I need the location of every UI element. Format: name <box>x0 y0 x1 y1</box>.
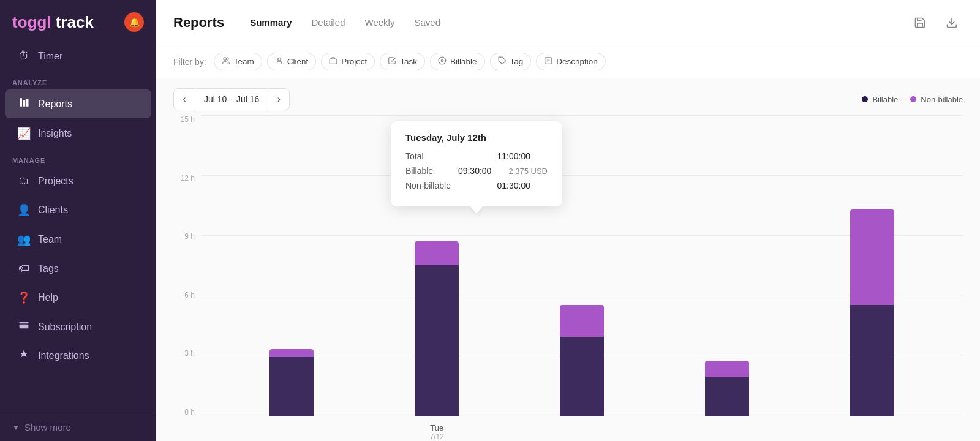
tab-saved[interactable]: Saved <box>405 12 449 32</box>
bar-nonbillable-3 <box>705 361 749 377</box>
bar-group-2[interactable] <box>560 305 604 417</box>
reports-icon <box>17 97 31 111</box>
tooltip-billable-amount: 2,375 USD <box>508 167 548 176</box>
description-filter-icon <box>544 56 552 67</box>
svg-rect-1 <box>23 100 26 107</box>
timer-icon: ⏱ <box>17 50 31 62</box>
notification-bell[interactable]: 🔔 <box>124 12 144 32</box>
sidebar-item-reports[interactable]: Reports <box>5 89 151 118</box>
legend-non-billable: Non-billable <box>910 95 963 104</box>
next-date-button[interactable]: › <box>268 89 289 110</box>
sidebar-logo: toggl track 🔔 <box>0 0 156 42</box>
bar-day-1: Tue <box>430 423 444 432</box>
tab-nav: Summary Detailed Weekly Saved <box>241 12 909 32</box>
tab-weekly[interactable]: Weekly <box>356 12 404 32</box>
tab-summary[interactable]: Summary <box>241 12 300 32</box>
bar-nonbillable-0 <box>270 349 314 357</box>
bar-date-1: 7/12 <box>430 432 444 441</box>
bar-group-4[interactable] <box>850 209 894 417</box>
chart-area: ‹ Jul 10 – Jul 16 › Billable Non-billabl… <box>156 78 980 441</box>
bar-nonbillable-2 <box>560 305 604 337</box>
sidebar-item-subscription[interactable]: Subscription <box>5 313 151 341</box>
tooltip-nonbillable-row: Non-billable 01:30:00 <box>405 181 548 190</box>
download-button[interactable] <box>941 12 963 34</box>
sidebar-item-projects[interactable]: 🗂 Projects <box>5 167 151 195</box>
tab-detailed[interactable]: Detailed <box>303 12 354 32</box>
svg-rect-3 <box>20 322 29 324</box>
tooltip-billable-label: Billable <box>405 166 433 176</box>
prev-date-button[interactable]: ‹ <box>174 89 195 110</box>
tag-filter-icon <box>498 56 507 67</box>
chart-legend: Billable Non-billable <box>862 95 963 104</box>
filter-tag[interactable]: Tag <box>490 53 532 70</box>
bar-stack-2[interactable] <box>560 305 604 417</box>
task-filter-icon <box>388 56 396 67</box>
bars-row: Tue 7/12 <box>201 115 963 417</box>
bar-group-0[interactable] <box>270 349 314 417</box>
tooltip-total-value: 11:00:00 <box>497 151 531 161</box>
bar-stack-1[interactable] <box>415 241 459 417</box>
filter-by-label: Filter by: <box>173 57 206 67</box>
bar-billable-3 <box>705 377 749 417</box>
y-label-6h: 6 h <box>184 291 195 300</box>
bar-billable-0 <box>270 357 314 417</box>
bar-stack-3[interactable] <box>705 361 749 417</box>
svg-rect-2 <box>26 99 29 107</box>
bar-nonbillable-4 <box>850 209 894 305</box>
chevron-down-icon: ▼ <box>12 423 20 432</box>
integrations-icon <box>17 349 31 362</box>
filter-client[interactable]: Client <box>267 53 317 70</box>
team-filter-icon <box>222 56 230 67</box>
show-more-button[interactable]: ▼ Show more <box>0 413 156 441</box>
tags-icon: 🏷 <box>17 262 31 275</box>
section-analyze: ANALYZE <box>0 70 156 89</box>
svg-point-6 <box>224 58 227 61</box>
non-billable-legend-dot <box>910 96 916 102</box>
bar-label-1: Tue 7/12 <box>430 423 444 441</box>
bar-billable-4 <box>850 305 894 417</box>
y-label-0h: 0 h <box>184 408 195 417</box>
subscription-icon <box>17 320 31 333</box>
filter-team[interactable]: Team <box>214 53 262 70</box>
bar-group-1[interactable]: Tue 7/12 <box>415 241 459 417</box>
bar-nonbillable-1 <box>415 241 459 265</box>
bar-group-3[interactable] <box>705 361 749 417</box>
show-more-label: Show more <box>24 422 71 432</box>
y-label-9h: 9 h <box>184 232 195 241</box>
tooltip-arrow <box>470 206 483 214</box>
tooltip-billable-value: 09:30:00 <box>458 166 492 176</box>
filter-billable[interactable]: Billable <box>430 53 485 70</box>
main-content: Reports Summary Detailed Weekly Saved Fi… <box>156 0 980 441</box>
page-title: Reports <box>173 15 224 31</box>
sidebar-item-integrations[interactable]: Integrations <box>5 342 151 369</box>
bar-chart: Tuesday, July 12th Total 11:00:00 Billab… <box>201 115 963 441</box>
y-label-12h: 12 h <box>181 174 195 183</box>
sidebar-item-insights[interactable]: 📈 Insights <box>5 119 151 148</box>
team-icon: 👥 <box>17 233 31 246</box>
sidebar-item-timer[interactable]: ⏱ Timer <box>5 42 151 70</box>
sidebar-item-clients[interactable]: 👤 Clients <box>5 196 151 224</box>
y-axis: 15 h 12 h 9 h 6 h 3 h 0 h <box>173 115 201 441</box>
project-filter-icon <box>329 56 337 67</box>
svg-rect-0 <box>20 98 22 107</box>
filter-description[interactable]: Description <box>536 53 606 70</box>
y-label-15h: 15 h <box>181 115 195 124</box>
sidebar-item-help[interactable]: ❓ Help <box>5 284 151 312</box>
help-icon: ❓ <box>17 291 31 304</box>
filter-task[interactable]: Task <box>380 53 425 70</box>
date-navigator: ‹ Jul 10 – Jul 16 › <box>173 88 290 110</box>
legend-billable: Billable <box>862 95 898 104</box>
insights-icon: 📈 <box>17 127 31 140</box>
header-actions <box>909 12 963 34</box>
bar-stack-0[interactable] <box>270 349 314 417</box>
bar-stack-4[interactable] <box>850 209 894 417</box>
tooltip-billable-row: Billable 09:30:00 2,375 USD <box>405 166 548 176</box>
sidebar-item-team[interactable]: 👥 Team <box>5 225 151 254</box>
billable-legend-dot <box>862 96 868 102</box>
bar-billable-1 <box>415 265 459 417</box>
sidebar-item-tags[interactable]: 🏷 Tags <box>5 255 151 282</box>
filter-project[interactable]: Project <box>321 53 375 70</box>
save-button[interactable] <box>909 12 931 34</box>
section-manage: MANAGE <box>0 148 156 167</box>
sidebar: toggl track 🔔 ⏱ Timer ANALYZE Reports 📈 … <box>0 0 156 441</box>
